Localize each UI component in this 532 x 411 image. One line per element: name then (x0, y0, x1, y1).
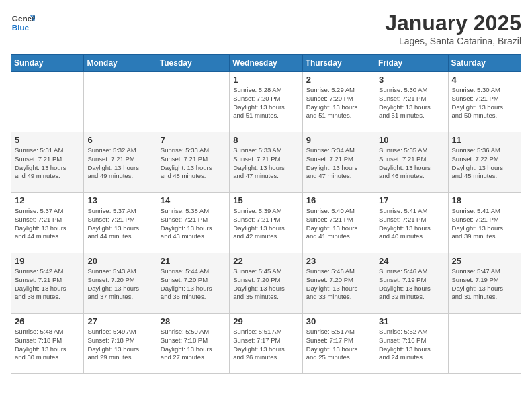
header-row: SundayMondayTuesdayWednesdayThursdayFrid… (11, 55, 521, 72)
day-info: Sunrise: 5:51 AM Sunset: 7:17 PM Dayligh… (233, 328, 298, 362)
day-info: Sunrise: 5:46 AM Sunset: 7:19 PM Dayligh… (379, 267, 444, 302)
day-info: Sunrise: 5:47 AM Sunset: 7:19 PM Dayligh… (452, 267, 517, 302)
calendar-cell: 20Sunrise: 5:43 AM Sunset: 7:20 PM Dayli… (84, 253, 157, 314)
day-info: Sunrise: 5:48 AM Sunset: 7:18 PM Dayligh… (15, 328, 80, 362)
calendar-body: 1Sunrise: 5:28 AM Sunset: 7:20 PM Daylig… (11, 72, 521, 374)
day-info: Sunrise: 5:33 AM Sunset: 7:21 PM Dayligh… (233, 146, 298, 181)
day-info: Sunrise: 5:42 AM Sunset: 7:21 PM Dayligh… (15, 267, 80, 302)
day-info: Sunrise: 5:28 AM Sunset: 7:20 PM Dayligh… (233, 86, 298, 120)
calendar-cell: 17Sunrise: 5:41 AM Sunset: 7:21 PM Dayli… (375, 193, 448, 253)
day-info: Sunrise: 5:39 AM Sunset: 7:21 PM Dayligh… (233, 207, 298, 241)
day-number: 31 (379, 316, 444, 326)
calendar-cell: 9Sunrise: 5:34 AM Sunset: 7:21 PM Daylig… (302, 132, 375, 193)
day-number: 3 (379, 75, 444, 85)
day-number: 20 (87, 256, 152, 266)
calendar-cell: 29Sunrise: 5:51 AM Sunset: 7:17 PM Dayli… (230, 314, 302, 374)
location-subtitle: Lages, Santa Catarina, Brazil (385, 36, 521, 46)
day-number: 10 (379, 135, 444, 145)
day-info: Sunrise: 5:52 AM Sunset: 7:16 PM Dayligh… (379, 328, 444, 362)
day-info: Sunrise: 5:41 AM Sunset: 7:21 PM Dayligh… (379, 207, 444, 241)
month-title: January 2025 (385, 11, 521, 36)
svg-text:General: General (12, 14, 35, 23)
calendar-cell: 11Sunrise: 5:36 AM Sunset: 7:22 PM Dayli… (448, 132, 521, 193)
day-info: Sunrise: 5:36 AM Sunset: 7:22 PM Dayligh… (452, 146, 517, 181)
day-number: 22 (233, 256, 298, 266)
day-info: Sunrise: 5:33 AM Sunset: 7:21 PM Dayligh… (161, 146, 226, 181)
calendar-cell: 28Sunrise: 5:50 AM Sunset: 7:18 PM Dayli… (157, 314, 229, 374)
calendar-cell (448, 314, 521, 374)
day-number: 21 (161, 256, 226, 266)
calendar-cell: 21Sunrise: 5:44 AM Sunset: 7:20 PM Dayli… (157, 253, 229, 314)
calendar-cell: 30Sunrise: 5:51 AM Sunset: 7:17 PM Dayli… (302, 314, 375, 374)
day-number: 14 (161, 195, 226, 205)
header-friday: Friday (375, 55, 448, 72)
day-number: 8 (233, 135, 298, 145)
header-thursday: Thursday (302, 55, 375, 72)
calendar-cell: 10Sunrise: 5:35 AM Sunset: 7:21 PM Dayli… (375, 132, 448, 193)
day-info: Sunrise: 5:37 AM Sunset: 7:21 PM Dayligh… (87, 207, 152, 241)
calendar-cell: 14Sunrise: 5:38 AM Sunset: 7:21 PM Dayli… (157, 193, 229, 253)
calendar-cell: 4Sunrise: 5:30 AM Sunset: 7:21 PM Daylig… (448, 72, 521, 132)
day-number: 30 (306, 316, 371, 326)
logo: General Blue (11, 11, 35, 35)
calendar-cell (157, 72, 229, 132)
day-number: 9 (306, 135, 371, 145)
week-row-2: 12Sunrise: 5:37 AM Sunset: 7:21 PM Dayli… (11, 193, 521, 253)
day-info: Sunrise: 5:43 AM Sunset: 7:20 PM Dayligh… (87, 267, 152, 302)
calendar-cell: 27Sunrise: 5:49 AM Sunset: 7:18 PM Dayli… (84, 314, 157, 374)
calendar-cell: 22Sunrise: 5:45 AM Sunset: 7:20 PM Dayli… (230, 253, 302, 314)
calendar-cell: 3Sunrise: 5:30 AM Sunset: 7:21 PM Daylig… (375, 72, 448, 132)
day-info: Sunrise: 5:29 AM Sunset: 7:20 PM Dayligh… (306, 86, 371, 120)
calendar-cell: 1Sunrise: 5:28 AM Sunset: 7:20 PM Daylig… (230, 72, 302, 132)
logo-icon: General Blue (11, 11, 35, 35)
week-row-4: 26Sunrise: 5:48 AM Sunset: 7:18 PM Dayli… (11, 314, 521, 374)
calendar-table: SundayMondayTuesdayWednesdayThursdayFrid… (11, 54, 521, 374)
day-number: 29 (233, 316, 298, 326)
week-row-3: 19Sunrise: 5:42 AM Sunset: 7:21 PM Dayli… (11, 253, 521, 314)
day-info: Sunrise: 5:37 AM Sunset: 7:21 PM Dayligh… (15, 207, 80, 241)
calendar-cell: 31Sunrise: 5:52 AM Sunset: 7:16 PM Dayli… (375, 314, 448, 374)
day-number: 12 (15, 195, 80, 205)
day-info: Sunrise: 5:49 AM Sunset: 7:18 PM Dayligh… (87, 328, 152, 362)
day-number: 18 (452, 195, 517, 205)
calendar-cell (11, 72, 84, 132)
day-number: 7 (161, 135, 226, 145)
calendar-cell: 18Sunrise: 5:41 AM Sunset: 7:21 PM Dayli… (448, 193, 521, 253)
calendar-cell: 6Sunrise: 5:32 AM Sunset: 7:21 PM Daylig… (84, 132, 157, 193)
day-number: 2 (306, 75, 371, 85)
calendar-cell: 2Sunrise: 5:29 AM Sunset: 7:20 PM Daylig… (302, 72, 375, 132)
day-number: 19 (15, 256, 80, 266)
calendar-cell: 19Sunrise: 5:42 AM Sunset: 7:21 PM Dayli… (11, 253, 84, 314)
day-number: 1 (233, 75, 298, 85)
calendar-cell: 25Sunrise: 5:47 AM Sunset: 7:19 PM Dayli… (448, 253, 521, 314)
day-info: Sunrise: 5:51 AM Sunset: 7:17 PM Dayligh… (306, 328, 371, 362)
header-saturday: Saturday (448, 55, 521, 72)
week-row-0: 1Sunrise: 5:28 AM Sunset: 7:20 PM Daylig… (11, 72, 521, 132)
day-number: 24 (379, 256, 444, 266)
header-monday: Monday (84, 55, 157, 72)
day-number: 15 (233, 195, 298, 205)
day-number: 13 (87, 195, 152, 205)
day-number: 26 (15, 316, 80, 326)
day-number: 11 (452, 135, 517, 145)
day-info: Sunrise: 5:34 AM Sunset: 7:21 PM Dayligh… (306, 146, 371, 181)
day-info: Sunrise: 5:46 AM Sunset: 7:20 PM Dayligh… (306, 267, 371, 302)
day-info: Sunrise: 5:41 AM Sunset: 7:21 PM Dayligh… (452, 207, 517, 241)
header-sunday: Sunday (11, 55, 84, 72)
day-number: 17 (379, 195, 444, 205)
day-info: Sunrise: 5:35 AM Sunset: 7:21 PM Dayligh… (379, 146, 444, 181)
day-info: Sunrise: 5:30 AM Sunset: 7:21 PM Dayligh… (452, 86, 517, 120)
day-number: 5 (15, 135, 80, 145)
calendar-cell: 15Sunrise: 5:39 AM Sunset: 7:21 PM Dayli… (230, 193, 302, 253)
calendar-cell: 16Sunrise: 5:40 AM Sunset: 7:21 PM Dayli… (302, 193, 375, 253)
calendar-cell: 5Sunrise: 5:31 AM Sunset: 7:21 PM Daylig… (11, 132, 84, 193)
day-number: 27 (87, 316, 152, 326)
day-info: Sunrise: 5:50 AM Sunset: 7:18 PM Dayligh… (161, 328, 226, 362)
day-info: Sunrise: 5:31 AM Sunset: 7:21 PM Dayligh… (15, 146, 80, 181)
calendar-cell: 26Sunrise: 5:48 AM Sunset: 7:18 PM Dayli… (11, 314, 84, 374)
week-row-1: 5Sunrise: 5:31 AM Sunset: 7:21 PM Daylig… (11, 132, 521, 193)
svg-text:Blue: Blue (12, 23, 30, 32)
header-tuesday: Tuesday (157, 55, 229, 72)
calendar-cell: 8Sunrise: 5:33 AM Sunset: 7:21 PM Daylig… (230, 132, 302, 193)
day-info: Sunrise: 5:44 AM Sunset: 7:20 PM Dayligh… (161, 267, 226, 302)
